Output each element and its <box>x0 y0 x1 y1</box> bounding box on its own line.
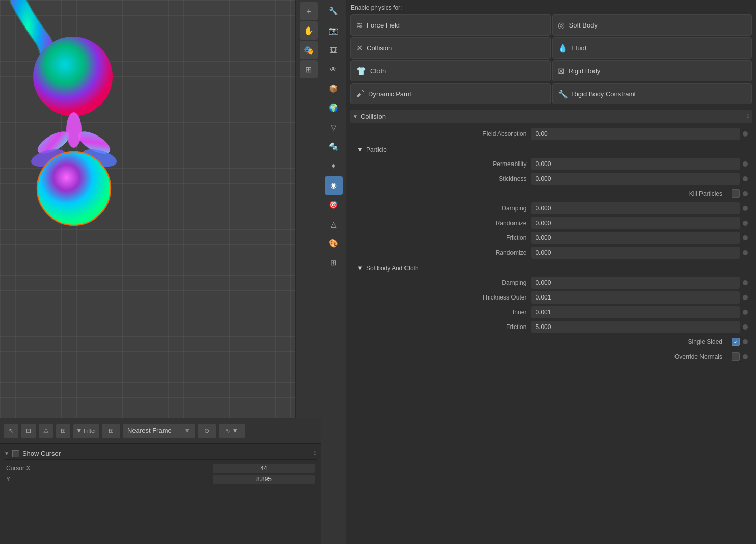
kill-particles-row: Kill Particles <box>355 187 748 200</box>
show-cursor-label: Show Cursor <box>22 450 61 457</box>
force-field-icon: ≋ <box>356 20 363 30</box>
camera-btn[interactable]: 🎭 <box>300 41 318 59</box>
sidebar-world-icon[interactable]: 🌍 <box>325 99 343 117</box>
fluid-label: Fluid <box>572 44 586 52</box>
force-field-label: Force Field <box>367 21 400 29</box>
rigid-body-icon: ⊠ <box>558 66 564 76</box>
kill-particles-checkbox[interactable] <box>732 189 740 198</box>
grid-btn[interactable]: ⊞ <box>300 60 318 78</box>
filter-btn[interactable]: ▼Filter <box>73 424 99 438</box>
particle-friction-input[interactable] <box>531 232 740 244</box>
soft-body-btn[interactable]: ◎ Soft Body <box>552 14 752 36</box>
show-cursor-section: ▼ Show Cursor ⠿ Cursor X Y <box>0 444 321 488</box>
rigid-body-constraint-label: Rigid Body Constraint <box>572 90 636 98</box>
particle-friction-row: Friction <box>355 231 748 244</box>
particle-friction-label: Friction <box>355 234 531 241</box>
zoom-in-btn[interactable]: ＋ <box>300 2 318 20</box>
field-absorption-input[interactable] <box>531 128 740 140</box>
particle-friction-rand-input[interactable] <box>531 247 740 259</box>
thickness-inner-label: Inner <box>355 309 531 316</box>
playback-sync-btn[interactable]: ⊙ <box>198 424 216 438</box>
override-normals-checkbox[interactable] <box>732 352 740 361</box>
soft-body-label: Soft Body <box>569 21 598 29</box>
cursor-y-label: Y <box>6 476 37 483</box>
snap-btn[interactable]: ⊞ <box>56 424 70 438</box>
permeability-row: Permeability <box>355 157 748 171</box>
softbody-friction-label: Friction <box>355 323 531 331</box>
svg-point-6 <box>66 112 82 148</box>
thickness-outer-input[interactable] <box>531 291 740 304</box>
dynamic-paint-btn[interactable]: 🖌 Dynamic Paint <box>350 83 551 104</box>
box-select-btn[interactable]: ⊡ <box>21 424 36 438</box>
viewport[interactable]: ＋ ✋ 🎭 ⊞ ↖ ⊡ ⚠ ⊞ ▼Filter ⊞ Nearest Frame … <box>0 0 321 544</box>
softbody-damping-label: Damping <box>355 279 531 286</box>
sidebar-physics-icon[interactable]: ◉ <box>325 176 343 195</box>
force-field-btn[interactable]: ≋ Force Field <box>350 14 551 36</box>
override-normals-row: Override Normals <box>355 350 748 363</box>
collision-btn[interactable]: ✕ Collision <box>350 37 551 59</box>
softbody-friction-dot <box>743 324 748 330</box>
particle-damping-rand-row: Randomize <box>355 216 748 230</box>
particle-damping-input[interactable] <box>531 202 740 214</box>
rigid-body-label: Rigid Body <box>569 67 601 75</box>
sidebar-viewlayer-icon[interactable]: 👁 <box>325 60 343 78</box>
cloth-btn[interactable]: 👕 Cloth <box>350 60 551 81</box>
thickness-inner-input[interactable] <box>531 306 740 318</box>
stickiness-input[interactable] <box>531 173 740 185</box>
particle-damping-dot <box>743 206 748 211</box>
single-sided-dot <box>743 339 748 344</box>
viewport-bottom: ↖ ⊡ ⚠ ⊞ ▼Filter ⊞ Nearest Frame ▼ ⊙ ∿ ▼ … <box>0 418 321 544</box>
fluid-icon: 💧 <box>558 43 568 53</box>
softbody-friction-input[interactable] <box>531 321 740 333</box>
thickness-outer-row: Thickness Outer <box>355 291 748 304</box>
sidebar-scene-props-icon[interactable]: 📦 <box>325 79 343 98</box>
dynamic-paint-icon: 🖌 <box>356 89 364 98</box>
stickiness-dot <box>743 176 748 181</box>
sidebar-objdata-icon[interactable]: △ <box>325 215 343 233</box>
thickness-outer-dot <box>743 295 748 300</box>
softbody-damping-input[interactable] <box>531 277 740 289</box>
svg-point-1 <box>33 37 113 116</box>
single-sided-label: Single Sided <box>551 338 727 345</box>
collision-triangle-icon: ▼ <box>353 114 358 119</box>
thickness-inner-row: Inner <box>355 306 748 319</box>
nearest-frame-dropdown[interactable]: Nearest Frame ▼ <box>123 424 195 438</box>
collision-section-header[interactable]: ▼ Collision ⠿ <box>350 110 752 123</box>
warning-btn[interactable]: ⚠ <box>39 424 53 438</box>
sidebar-constraints-icon[interactable]: 🎯 <box>325 196 343 214</box>
sidebar-object-icon[interactable]: ▽ <box>325 118 343 137</box>
field-absorption-label: Field Absorption <box>355 130 531 138</box>
sidebar-texture-icon[interactable]: ⊞ <box>325 254 343 272</box>
sidebar-output-icon[interactable]: 🖼 <box>325 41 343 59</box>
cursor-x-input[interactable] <box>213 464 315 473</box>
sidebar-render-icon[interactable]: 📷 <box>325 21 343 40</box>
pan-btn[interactable]: ✋ <box>300 21 318 40</box>
rigid-body-constraint-icon: 🔧 <box>558 89 568 99</box>
permeability-input[interactable] <box>531 158 740 170</box>
rigid-body-btn[interactable]: ⊠ Rigid Body <box>552 60 752 81</box>
particle-damping-rand-label: Randomize <box>355 220 531 227</box>
keyframe-btn[interactable]: ∿ ▼ <box>219 424 245 438</box>
softbody-damping-row: Damping <box>355 276 748 289</box>
cloth-icon: 👕 <box>356 66 366 76</box>
viewport-canvas[interactable]: ＋ ✋ 🎭 ⊞ <box>0 0 321 418</box>
rigid-body-constraint-btn[interactable]: 🔧 Rigid Body Constraint <box>552 83 752 104</box>
select-mode-btn[interactable]: ↖ <box>4 424 18 438</box>
sidebar-scene-icon[interactable]: 🔧 <box>325 2 343 20</box>
sidebar-modifier-icon[interactable]: 🔩 <box>325 138 343 156</box>
show-cursor-header[interactable]: ▼ Show Cursor ⠿ <box>4 448 317 460</box>
sidebar-particles-icon[interactable]: ✦ <box>325 157 343 175</box>
particle-subsection-header[interactable]: ▼ Particle <box>355 144 748 155</box>
fluid-btn[interactable]: 💧 Fluid <box>552 37 752 59</box>
soft-body-icon: ◎ <box>558 20 565 30</box>
cursor-y-input[interactable] <box>213 475 315 484</box>
sidebar-material-icon[interactable]: 🎨 <box>325 234 343 253</box>
snap-magnet-btn[interactable]: ⊞ <box>102 424 120 438</box>
softbody-cloth-subsection-header[interactable]: ▼ Softbody And Cloth <box>355 262 748 274</box>
single-sided-checkbox[interactable]: ✓ <box>732 338 740 346</box>
particle-damping-rand-input[interactable] <box>531 217 740 229</box>
particle-damping-rand-dot <box>743 221 748 226</box>
particle-damping-row: Damping <box>355 202 748 215</box>
physics-buttons-grid: ≋ Force Field ◎ Soft Body ✕ Collision 💧 … <box>350 14 752 104</box>
show-cursor-checkbox[interactable] <box>12 450 19 457</box>
